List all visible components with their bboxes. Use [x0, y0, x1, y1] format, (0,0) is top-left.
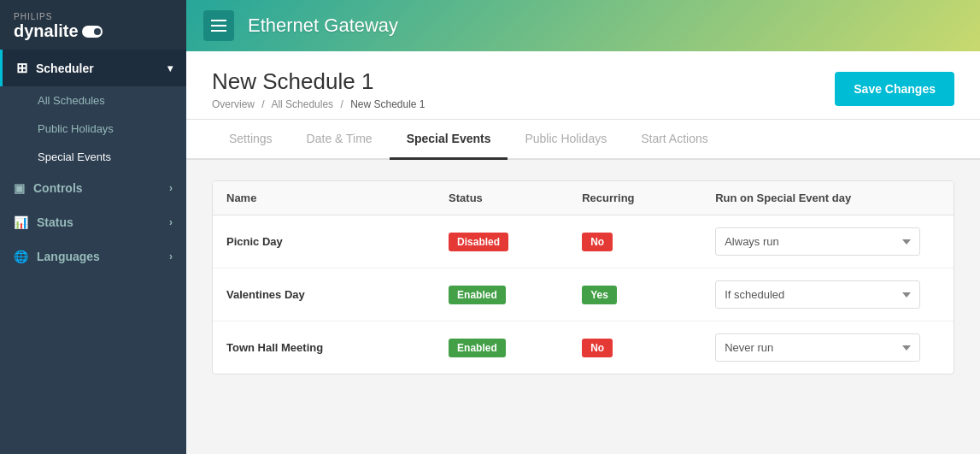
row-2-name: Valentines Day — [213, 268, 435, 321]
tab-public-holidays[interactable]: Public Holidays — [508, 120, 624, 160]
sidebar-item-special-events[interactable]: Special Events — [0, 143, 186, 171]
chevron-down-icon: ▾ — [167, 62, 173, 74]
controls-label: Controls — [33, 181, 83, 195]
row-1-status: Disabled — [435, 215, 568, 268]
main-area: Ethernet Gateway New Schedule 1 Overview… — [186, 0, 980, 454]
status-badge-disabled: Disabled — [449, 233, 508, 251]
tab-datetime[interactable]: Date & Time — [290, 120, 390, 160]
content-area: New Schedule 1 Overview / All Schedules … — [186, 51, 980, 454]
breadcrumb: Overview / All Schedules / New Schedule … — [212, 98, 425, 110]
special-events-table: Name Status Recurring Run on Special Eve… — [213, 181, 954, 374]
chevron-right-icon-2: › — [169, 216, 173, 228]
content-header: New Schedule 1 Overview / All Schedules … — [186, 51, 980, 120]
row-2-run[interactable]: Always run If scheduled Never run — [701, 268, 954, 321]
schedule-title: New Schedule 1 — [212, 68, 425, 95]
status-badge-enabled: Enabled — [449, 286, 506, 304]
table-row: Valentines Day Enabled Yes Always run If… — [213, 268, 954, 321]
recurring-badge-no-2: No — [582, 339, 613, 357]
sidebar-item-public-holidays[interactable]: Public Holidays — [0, 115, 186, 143]
tab-bar: Settings Date & Time Special Events Publ… — [186, 120, 980, 160]
hamburger-line-1 — [211, 20, 226, 21]
row-3-run[interactable]: Always run If scheduled Never run — [701, 321, 954, 374]
page-title: Ethernet Gateway — [248, 15, 398, 37]
row-3-name: Town Hall Meeting — [213, 321, 435, 374]
sidebar-item-scheduler[interactable]: ⊞ Scheduler ▾ — [0, 50, 186, 86]
scheduler-label: Scheduler — [36, 62, 94, 75]
breadcrumb-current: New Schedule 1 — [350, 98, 425, 110]
hamburger-line-3 — [211, 30, 226, 32]
scheduler-sub-menu: All Schedules Public Holidays Special Ev… — [0, 86, 186, 171]
row-1-run[interactable]: Always run If scheduled Never run — [701, 215, 954, 268]
menu-toggle-button[interactable] — [203, 10, 234, 41]
col-header-status: Status — [435, 181, 568, 215]
sidebar-item-status[interactable]: 📊 Status › — [0, 205, 186, 239]
status-badge-enabled-2: Enabled — [449, 339, 506, 357]
sidebar-item-controls[interactable]: ▣ Controls › — [0, 171, 186, 205]
row-3-recurring: No — [568, 321, 701, 374]
col-header-name: Name — [213, 181, 435, 215]
status-label: Status — [37, 215, 73, 229]
status-icon: 📊 — [14, 215, 28, 229]
table-body: Picnic Day Disabled No Always run If sch… — [213, 215, 954, 374]
languages-label: Languages — [37, 250, 100, 263]
table-row: Picnic Day Disabled No Always run If sch… — [213, 215, 954, 268]
chevron-right-icon-3: › — [169, 251, 173, 262]
logo-area: PHILIPS dynalite — [0, 0, 186, 50]
save-changes-button[interactable]: Save Changes — [835, 72, 954, 106]
languages-icon: 🌐 — [14, 250, 28, 263]
sidebar: PHILIPS dynalite ⊞ Scheduler ▾ All Sched… — [0, 0, 186, 454]
hamburger-line-2 — [211, 25, 226, 27]
col-header-run: Run on Special Event day — [701, 181, 954, 215]
run-select-3[interactable]: Always run If scheduled Never run — [715, 333, 920, 362]
logo-icon — [82, 26, 103, 38]
run-select-1[interactable]: Always run If scheduled Never run — [715, 227, 920, 256]
breadcrumb-all-schedules[interactable]: All Schedules — [271, 98, 333, 110]
nav-scheduler-section: ⊞ Scheduler ▾ All Schedules Public Holid… — [0, 50, 186, 171]
sidebar-item-all-schedules[interactable]: All Schedules — [0, 86, 186, 115]
topbar: Ethernet Gateway — [186, 0, 980, 51]
brand-name: PHILIPS — [14, 12, 173, 21]
controls-icon: ▣ — [14, 181, 25, 195]
tab-settings[interactable]: Settings — [212, 120, 290, 160]
header-left: New Schedule 1 Overview / All Schedules … — [212, 68, 425, 110]
recurring-badge-yes: Yes — [582, 286, 617, 304]
product-name: dynalite — [14, 21, 173, 41]
table-header: Name Status Recurring Run on Special Eve… — [213, 181, 954, 215]
chevron-right-icon: › — [169, 182, 173, 194]
sidebar-item-languages[interactable]: 🌐 Languages › — [0, 239, 186, 274]
row-1-name: Picnic Day — [213, 215, 435, 268]
col-header-recurring: Recurring — [568, 181, 701, 215]
row-1-recurring: No — [568, 215, 701, 268]
row-2-recurring: Yes — [568, 268, 701, 321]
scheduler-icon: ⊞ — [16, 60, 27, 76]
run-select-2[interactable]: Always run If scheduled Never run — [715, 280, 920, 309]
row-2-status: Enabled — [435, 268, 568, 321]
special-events-table-container: Name Status Recurring Run on Special Eve… — [212, 180, 954, 374]
tab-start-actions[interactable]: Start Actions — [624, 120, 725, 160]
breadcrumb-sep-1: / — [261, 98, 264, 110]
row-3-status: Enabled — [435, 321, 568, 374]
recurring-badge-no: No — [582, 233, 613, 251]
table-row: Town Hall Meeting Enabled No Always run … — [213, 321, 954, 374]
breadcrumb-sep-2: / — [340, 98, 343, 110]
tab-special-events[interactable]: Special Events — [390, 120, 508, 160]
breadcrumb-overview[interactable]: Overview — [212, 98, 255, 110]
